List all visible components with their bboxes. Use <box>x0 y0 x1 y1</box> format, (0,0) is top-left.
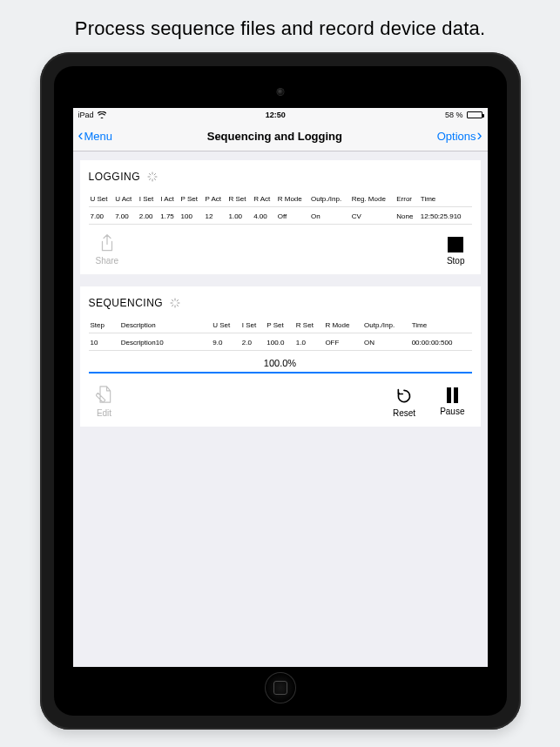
sequencing-title: SEQUENCING <box>89 297 164 309</box>
logging-title: LOGGING <box>89 171 141 183</box>
spinner-icon <box>170 298 180 308</box>
progress-text: 100.0% <box>264 358 296 368</box>
status-bar: iPad 12:50 58 % <box>73 108 488 122</box>
svg-line-12 <box>172 299 173 300</box>
options-button[interactable]: Options › <box>437 127 482 145</box>
wifi-icon <box>98 111 106 118</box>
device-home-button <box>265 672 296 703</box>
battery-label: 58 % <box>445 111 463 119</box>
reset-button[interactable]: Reset <box>393 387 415 418</box>
reset-label: Reset <box>393 408 415 418</box>
back-label: Menu <box>84 130 113 143</box>
progress-bar[interactable] <box>89 372 472 374</box>
svg-line-7 <box>154 173 155 174</box>
page-title: Sequencing and Logging <box>207 130 342 143</box>
chevron-right-icon: › <box>477 126 482 145</box>
sequencing-data-row: 10 Description10 9.0 2.0 100.0 1.0 OFF O… <box>89 333 472 351</box>
pause-label: Pause <box>440 407 464 416</box>
reset-icon <box>395 387 413 405</box>
nav-bar: ‹ Menu Sequencing and Logging Options › <box>73 122 488 151</box>
edit-button[interactable]: Edit <box>96 384 113 418</box>
edit-icon <box>96 384 113 405</box>
svg-line-6 <box>149 178 150 179</box>
share-button[interactable]: Share <box>96 233 119 266</box>
screen: iPad 12:50 58 % ‹ Menu Sequencing and Lo… <box>73 108 488 667</box>
svg-line-5 <box>154 178 155 179</box>
svg-line-13 <box>177 305 178 306</box>
sequencing-table: Step Description U Set I Set P Set R Set… <box>89 318 472 351</box>
logging-header-row: U Set U Act I Set I Act P Set P Act R Se… <box>89 192 472 207</box>
stop-label: Stop <box>447 256 465 266</box>
sequencing-header-row: Step Description U Set I Set P Set R Set… <box>89 318 472 333</box>
statusbar-time: 12:50 <box>266 111 286 119</box>
device-frame: iPad 12:50 58 % ‹ Menu Sequencing and Lo… <box>40 52 521 730</box>
carrier-label: iPad <box>78 111 94 119</box>
stop-icon <box>448 237 463 252</box>
chevron-left-icon: ‹ <box>78 126 84 145</box>
battery-icon <box>467 111 482 118</box>
device-camera <box>277 89 283 95</box>
pause-button[interactable]: Pause <box>440 387 464 418</box>
logging-table: U Set U Act I Set I Act P Set P Act R Se… <box>89 192 472 225</box>
stop-button[interactable]: Stop <box>447 237 465 266</box>
pause-icon <box>447 387 458 403</box>
svg-line-4 <box>149 173 150 174</box>
options-label: Options <box>437 130 476 143</box>
svg-line-14 <box>172 305 173 306</box>
share-label: Share <box>96 256 119 266</box>
back-button[interactable]: ‹ Menu <box>78 127 113 145</box>
share-icon <box>98 233 116 252</box>
svg-line-15 <box>177 299 178 300</box>
edit-label: Edit <box>97 408 111 418</box>
logging-data-row: 7.00 7.00 2.00 1.75 100 12 1.00 4.00 Off… <box>89 207 472 225</box>
sequencing-card: SEQUENCING Step Description U Set I Set … <box>80 286 481 427</box>
logging-card: LOGGING U Set U Act I Set I Act P Set P <box>80 160 481 274</box>
promo-caption: Process sequence files and record device… <box>75 0 485 52</box>
spinner-icon <box>147 172 158 182</box>
